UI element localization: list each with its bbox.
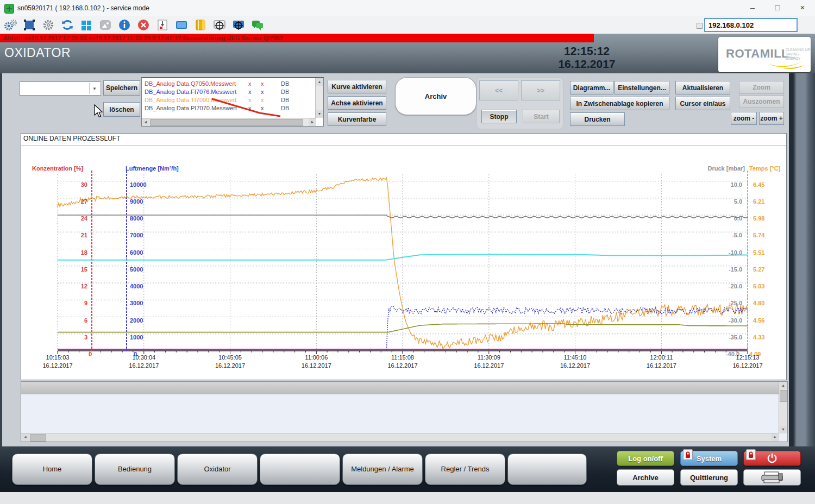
svg-text:16.12.2017: 16.12.2017 [732,362,762,369]
scroll-thumb[interactable] [150,119,303,126]
scroll-left-icon[interactable]: ◄ [21,433,29,441]
scroll-right-icon[interactable]: ► [771,433,779,441]
notebook-icon[interactable] [193,18,208,32]
ip-address-input[interactable] [704,18,798,32]
nav-oxidator-button[interactable]: Oxidator [177,453,258,485]
power-button[interactable] [743,451,801,466]
chart-title: ONLINE DATEN PROZESSLUFT [23,135,120,142]
stop-button[interactable]: Stopp [481,110,517,123]
ip-checkbox[interactable] [697,23,703,29]
start-button[interactable]: Start [523,110,560,123]
print-button[interactable]: Drucken [570,112,625,126]
frame-right [789,73,815,446]
scroll-left-icon[interactable]: ◄ [142,118,149,126]
image-icon[interactable] [98,18,112,32]
monitor-locate-icon[interactable] [231,18,246,32]
svg-text:-25.0: -25.0 [729,300,742,306]
zoom-button[interactable]: Zoom [739,81,784,94]
monitor-target-icon[interactable] [212,18,227,32]
svg-text:5.51: 5.51 [753,249,764,256]
gears-icon[interactable] [3,18,17,32]
svg-text:7000: 7000 [130,232,143,238]
nav-home-button[interactable]: Home [12,453,92,485]
svg-text:4.56: 4.56 [753,317,764,324]
info-icon[interactable] [117,18,131,32]
chat-icon[interactable] [250,18,265,32]
zoom-plus-button[interactable]: zoom + [759,112,784,125]
scroll-thumb[interactable] [30,434,46,442]
power-icon [766,452,778,464]
svg-text:-40.0: -40.0 [726,351,739,357]
curve-activate-button[interactable]: Kurve aktivieren [328,80,386,93]
refresh-icon[interactable] [60,18,74,32]
list-vertical-scrollbar[interactable]: ▲ ▼ [315,78,323,118]
close-red-icon[interactable] [136,18,151,32]
zoom-minus-button[interactable]: zoom - [731,112,757,125]
svg-text:11:15:08: 11:15:08 [391,354,414,361]
svg-text:16.12.2017: 16.12.2017 [129,362,159,369]
settings-button[interactable]: Einstellungen... [615,81,669,94]
svg-text:10000: 10000 [130,181,147,188]
log-on-off-button[interactable]: Log on/off [617,451,674,466]
nav-regler-trends-button[interactable]: Regler / Trends [425,453,505,485]
minimize-button[interactable]: – [740,0,765,16]
save-button[interactable]: Speichern [103,80,140,96]
page-back-button[interactable]: << [479,80,518,100]
panel-horizontal-scrollbar[interactable]: ◄ ► [21,433,779,442]
curve-color-button[interactable]: Kurvenfarbe [328,112,386,126]
svg-text:8000: 8000 [130,215,143,222]
nav-bedienung-button[interactable]: Bedienung [95,453,175,485]
window-marker-icon[interactable] [155,18,170,32]
acknowledge-button[interactable]: Quittierung [680,469,738,486]
close-button[interactable]: × [790,0,815,16]
app-icon [4,4,14,14]
cursor-toggle-button[interactable]: Cursor ein/aus [675,97,730,110]
svg-text:6: 6 [84,317,87,324]
delete-button[interactable]: löschen [103,102,140,117]
copy-clipboard-button[interactable]: In Zwischenablage kopieren [570,97,669,110]
preset-combobox[interactable]: ▼ [20,81,101,96]
panel-vertical-scrollbar[interactable]: ▲ ▼ [779,382,787,433]
alarm-banner[interactable]: Abluft: >>15.12.2017 17:35:03 <<16.12.20… [0,34,594,42]
nav-spare-button-2[interactable] [507,453,587,485]
axis-activate-button[interactable]: Achse aktivieren [328,96,386,110]
trend-panel: ONLINE DATEN PROZESSLUFT Konzentration [… [21,133,787,380]
printer-icon [759,470,785,484]
scroll-up-icon[interactable]: ▲ [779,382,787,389]
svg-text:16.12.2017: 16.12.2017 [42,362,72,369]
scroll-thumb[interactable] [780,390,787,402]
select-region-icon[interactable] [22,18,36,32]
svg-text:11:30:09: 11:30:09 [478,354,500,361]
scroll-down-icon[interactable]: ▼ [779,426,787,433]
scroll-down-icon[interactable]: ▼ [316,110,323,118]
diagram-button[interactable]: Diagramm... [570,81,613,94]
printer-button[interactable] [743,469,801,486]
refresh-data-button[interactable]: Aktualisieren [675,81,730,94]
chevron-down-icon[interactable]: ▼ [89,83,99,94]
monitor-icon[interactable] [174,18,189,32]
navigation-bar: Home Bedienung Oxidator Meldungen / Alar… [0,446,815,492]
system-button[interactable]: System [680,451,738,466]
svg-text:2000: 2000 [130,317,143,324]
title-bar: sn05920171 ( 192.168.0.102 ) - service m… [0,0,815,17]
windows-icon[interactable] [79,18,93,32]
svg-text:10.0: 10.0 [731,181,742,188]
clock-date: 16.12.2017 [522,58,652,71]
archive-mode-button[interactable]: Archiv [395,77,477,115]
page-forward-button[interactable]: >> [521,80,560,100]
nav-meldungen-button[interactable]: Meldungen / Alarme [342,453,423,485]
svg-text:27: 27 [81,198,87,205]
svg-text:-10.0: -10.0 [729,249,742,256]
gear-icon[interactable] [41,18,55,32]
archive-button[interactable]: Archive [617,469,674,486]
svg-text:5.27: 5.27 [753,266,764,273]
nav-spare-button-1[interactable] [260,453,340,485]
scroll-right-icon[interactable]: ► [309,118,316,126]
zoom-out-button[interactable]: Auszoomen [739,95,784,108]
svg-text:-15.0: -15.0 [729,266,742,273]
svg-text:12: 12 [81,283,87,289]
maximize-button[interactable]: □ [765,0,790,16]
svg-text:16.12.2017: 16.12.2017 [647,362,676,369]
svg-text:16.12.2017: 16.12.2017 [474,362,504,369]
scroll-up-icon[interactable]: ▲ [316,78,323,86]
